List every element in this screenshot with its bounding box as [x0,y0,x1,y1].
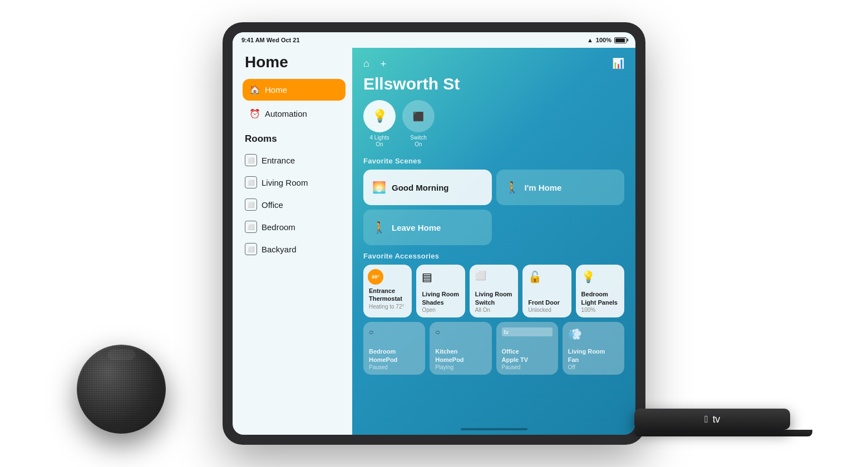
main-header: ⌂ ＋ 📊 [352,53,635,70]
bedroom-icon: ⬜ [245,221,257,233]
status-bar: 9:41 AM Wed Oct 21 ▲ 100% [233,32,635,48]
quick-lights-btn[interactable]: 💡 4 LightsOn [363,100,396,148]
accessory-bedroom-lights[interactable]: 💡 BedroomLight Panels 100% [576,265,624,317]
apple-tv-device:  tv [634,409,812,436]
sidebar-automation-label: Automation [265,109,307,118]
backyard-icon: ⬜ [245,243,257,255]
quick-switch-btn[interactable]: ⬛ SwitchOn [402,100,435,148]
accessory-entrance-thermostat[interactable]: 68° EntranceThermostat Heating to 72° [363,265,412,317]
header-left: ⌂ ＋ [363,57,388,70]
sidebar: Home 🏠 Home ⏰ Automation Rooms ⬜ Entranc… [233,32,352,435]
lights-circle: 💡 [363,100,396,132]
home-nav-icon: 🏠 [249,85,260,95]
good-morning-label: Good Morning [392,183,448,192]
switch-acc-name: Living RoomSwitch [475,290,512,306]
thermostat-name: EntranceThermostat [369,287,406,303]
ipad-device: 9:41 AM Wed Oct 21 ▲ 100% Home 🏠 Home [223,22,645,445]
door-status: Unlocked [528,307,565,313]
appletv-body:  tv [634,409,790,430]
leave-home-label: Leave Home [392,223,441,232]
sidebar-item-office[interactable]: ⬜ Office [243,193,346,216]
ipad-screen: 9:41 AM Wed Oct 21 ▲ 100% Home 🏠 Home [233,32,635,435]
kitchen-homepod-name: KitchenHomePod [435,347,486,364]
rooms-section-title: Rooms [245,133,346,145]
light-panels-icon: 💡 [581,270,619,284]
im-home-icon: 🚶 [505,181,519,194]
accessory-living-room-shades[interactable]: ▤ Living RoomShades Open [416,265,465,317]
appletv-logo:  tv [704,414,720,425]
scene-good-morning[interactable]: 🌅 Good Morning [363,170,492,205]
entrance-room-icon: ⬜ [245,154,257,166]
main-content: ⌂ ＋ 📊 Ellsworth St 💡 4 LightsOn ⬛ Swit [352,32,635,435]
lights-label: 4 LightsOn [369,135,389,148]
home-indicator[interactable] [461,428,527,430]
good-morning-icon: 🌅 [372,181,386,194]
light-panels-status: 100% [581,307,619,313]
scenes-grid: 🌅 Good Morning 🚶 I'm Home [352,170,635,210]
quick-access-row: 💡 4 LightsOn ⬛ SwitchOn [352,100,635,155]
accessory-kitchen-homepod[interactable]: ○ KitchenHomePod Playing [430,322,491,375]
scene-container: 9:41 AM Wed Oct 21 ▲ 100% Home 🏠 Home [0,0,868,467]
light-panels-name: BedroomLight Panels [581,290,619,306]
fan-icon: 💨 [568,327,619,341]
sidebar-title: Home [243,53,346,71]
office-appletv-icon: tv [502,327,553,336]
switch-label: SwitchOn [410,135,426,148]
office-label: Office [262,200,283,210]
im-home-label: I'm Home [525,183,562,192]
bedroom-homepod-name: BedroomHomePod [369,347,420,364]
accessory-bedroom-homepod[interactable]: ○ BedroomHomePod Paused [363,322,425,375]
office-appletv-name: OfficeApple TV [502,347,553,364]
sidebar-item-home[interactable]: 🏠 Home [243,79,346,101]
accessory-living-room-switch[interactable]: ⬜ Living RoomSwitch All On [470,265,518,317]
accessories-row-1: 68° EntranceThermostat Heating to 72° ▤ … [352,265,635,322]
sidebar-item-automation[interactable]: ⏰ Automation [243,103,346,125]
thermostat-status: Heating to 72° [369,304,406,310]
wifi-icon: ▲ [587,37,593,43]
home-header-icon[interactable]: ⌂ [363,58,369,69]
waveform-icon[interactable]: 📊 [612,57,624,69]
kitchen-homepod-icon: ○ [435,327,486,336]
sidebar-item-living-room[interactable]: ⬜ Living Room [243,171,346,193]
homepod-mini [77,345,166,434]
add-icon[interactable]: ＋ [378,57,388,70]
battery-percent: 100% [596,37,611,43]
bedroom-label: Bedroom [262,222,295,232]
home-title: Ellsworth St [352,70,635,100]
entrance-label: Entrance [262,156,295,165]
accessory-office-appletv[interactable]: tv OfficeApple TV Paused [496,322,558,375]
appletv-text: tv [713,414,720,425]
sidebar-item-entrance[interactable]: ⬜ Entrance [243,149,346,171]
appletv-base [634,430,812,436]
backyard-label: Backyard [262,245,297,254]
door-name: Front Door [528,299,565,306]
shades-status: Open [422,307,459,313]
accessory-living-room-fan[interactable]: 💨 Living RoomFan Off [563,322,624,375]
fan-name: Living RoomFan [568,347,619,364]
scene-leave-home[interactable]: 🚶 Leave Home [363,210,492,245]
door-icon: 🔓 [528,270,565,284]
bedroom-homepod-status: Paused [369,364,420,370]
shades-name: Living RoomShades [422,290,459,306]
automation-nav-icon: ⏰ [249,108,260,119]
bedroom-homepod-icon: ○ [369,327,420,336]
status-right: ▲ 100% [587,37,627,43]
apple-logo-icon:  [704,414,708,425]
office-appletv-status: Paused [502,364,553,370]
sidebar-item-backyard[interactable]: ⬜ Backyard [243,238,346,260]
kitchen-homepod-status: Playing [435,364,486,370]
fan-status: Off [568,364,619,370]
accessories-section-title: Favorite Accessories [352,250,635,265]
scenes-section-title: Favorite Scenes [352,155,635,170]
switch-icon: ⬜ [475,270,512,281]
office-icon: ⬜ [245,198,257,211]
accessory-front-door[interactable]: 🔓 Front Door Unlocked [522,265,571,317]
battery-icon [614,37,627,43]
scene-im-home[interactable]: 🚶 I'm Home [496,170,625,205]
sidebar-item-bedroom[interactable]: ⬜ Bedroom [243,216,346,238]
leave-home-icon: 🚶 [372,221,386,234]
status-time-date: 9:41 AM Wed Oct 21 [241,37,300,43]
sidebar-home-label: Home [265,85,287,95]
living-room-icon: ⬜ [245,176,257,188]
switch-circle: ⬛ [402,100,435,132]
